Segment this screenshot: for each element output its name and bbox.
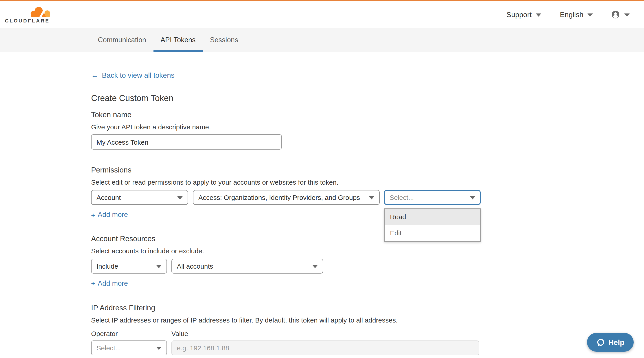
permissions-add-more-label: Add more (98, 211, 128, 219)
permission-resource-value: Access: Organizations, Identity Provider… (198, 194, 360, 201)
token-name-description: Give your API token a descriptive name. (91, 123, 644, 131)
tab-sessions[interactable]: Sessions (203, 28, 246, 52)
menu-option-edit[interactable]: Edit (384, 225, 480, 241)
permission-access-select[interactable]: Select... (384, 190, 481, 205)
language-label: English (560, 11, 584, 19)
ip-value-input[interactable] (172, 340, 479, 355)
ip-filtering-description: Select IP addresses or ranges of IP addr… (91, 316, 644, 324)
permission-scope-select[interactable]: Account (91, 190, 188, 205)
chevron-down-icon (470, 196, 475, 199)
header: CLOUDFLARE Support English (0, 1, 644, 28)
ip-operator-placeholder: Select... (96, 344, 121, 352)
account-resources-mode-value: Include (96, 262, 118, 270)
chevron-down-icon (156, 265, 162, 268)
permissions-heading: Permissions (91, 166, 644, 174)
support-menu[interactable]: Support (506, 11, 541, 19)
plus-icon: + (91, 279, 95, 287)
chevron-down-icon (588, 14, 593, 17)
chevron-down-icon (312, 265, 318, 268)
account-resources-target-value: All accounts (177, 262, 213, 270)
back-arrow-icon: ← (91, 71, 99, 80)
token-name-heading: Token name (91, 111, 644, 119)
cloudflare-logo: CLOUDFLARE (5, 6, 52, 23)
ip-filtering-labels: Operator Value (91, 330, 644, 337)
account-menu[interactable] (612, 11, 630, 19)
tab-api-tokens[interactable]: API Tokens (153, 28, 202, 52)
account-resources-heading: Account Resources (91, 234, 644, 243)
menu-option-read[interactable]: Read (384, 209, 480, 225)
chevron-down-icon (369, 196, 374, 199)
permission-access-placeholder: Select... (390, 194, 414, 201)
main-content: ← Back to view all tokens Create Custom … (0, 52, 644, 355)
permission-access-menu: Read Edit (384, 208, 481, 242)
tab-communication[interactable]: Communication (91, 28, 153, 52)
back-to-tokens-link[interactable]: ← Back to view all tokens (91, 71, 174, 80)
cloudflare-logo-icon (29, 6, 52, 18)
account-resources-mode-select[interactable]: Include (91, 258, 167, 273)
support-label: Support (506, 11, 532, 19)
operator-label: Operator (91, 330, 172, 337)
permission-access-select-wrap: Select... Read Edit (384, 190, 481, 205)
permissions-description: Select edit or read permissions to apply… (91, 178, 644, 186)
chevron-down-icon (536, 14, 541, 17)
value-label: Value (172, 330, 188, 337)
permissions-row: Account Access: Organizations, Identity … (91, 190, 644, 205)
back-link-label: Back to view all tokens (102, 71, 174, 80)
help-button-label: Help (608, 338, 624, 346)
account-resources-add-more-label: Add more (98, 279, 128, 287)
header-right: Support English (488, 11, 630, 19)
chevron-down-icon (624, 14, 630, 17)
language-menu[interactable]: English (560, 11, 593, 19)
plus-icon: + (91, 211, 95, 219)
permission-resource-select[interactable]: Access: Organizations, Identity Provider… (193, 190, 380, 205)
help-button[interactable]: Help (587, 333, 634, 352)
account-resources-target-select[interactable]: All accounts (172, 258, 323, 273)
chevron-down-icon (177, 196, 183, 199)
permission-scope-value: Account (96, 194, 121, 201)
page: CLOUDFLARE Support English Communi (0, 0, 644, 358)
account-resources-row: Include All accounts (91, 258, 644, 273)
ip-filtering-row: Select... (91, 340, 644, 355)
page-title: Create Custom Token (91, 93, 644, 103)
cloudflare-logo-text: CLOUDFLARE (5, 18, 50, 23)
permissions-add-more-link[interactable]: + Add more (91, 211, 128, 219)
user-avatar-icon (612, 11, 619, 19)
chevron-down-icon (156, 347, 162, 350)
tab-bar: Communication API Tokens Sessions (0, 28, 644, 52)
ip-filtering-heading: IP Address Filtering (91, 304, 644, 312)
account-resources-description: Select accounts to include or exclude. (91, 247, 644, 254)
account-resources-add-more-link[interactable]: + Add more (91, 279, 128, 287)
ip-operator-select[interactable]: Select... (91, 340, 167, 355)
chat-bubble-icon (596, 338, 605, 346)
token-name-input[interactable] (91, 134, 282, 150)
